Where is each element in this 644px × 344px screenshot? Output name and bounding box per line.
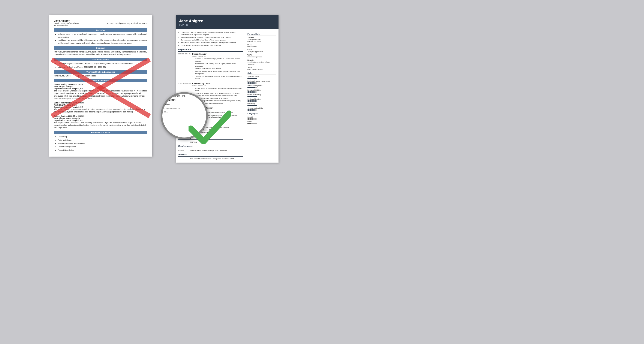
skill-dots [248,78,276,79]
hardsoft-list: Leadership Agile and Scrum Business Proc… [58,135,148,152]
skill-item: Leadership [248,102,276,106]
summary-bullets: Health Care PMP, RN with 10+ years' expe… [178,31,243,46]
exp-2-b1: Nursing leader for all 87 nurses with mu… [195,88,243,92]
magnify-glass: 1996-09 -1999-05 • Received the Professi… [161,92,208,139]
academic-item-1: Project Management Institute – Received … [58,62,148,65]
lang-dot [249,118,251,120]
work-1-post: Post: Project Manager [54,86,148,88]
work-2-org: Organization: Seton Hospital, ME [54,106,148,108]
skill-dot [251,91,253,93]
lang-item: Spanish [248,116,276,120]
skill-dot [248,78,249,79]
skill-dots [248,96,276,97]
left-tel: Tel: 555-212-5551 [54,24,69,26]
address-label: Address [248,37,276,38]
work-3-scope: The scope of work: Lead team of 15+ Mate… [54,122,148,129]
magnify-inst: Professional certification from PMI. [161,94,208,98]
exp-1-b4: Switched nursing staff to new scheduling… [195,70,243,75]
skill-dot [253,109,255,111]
left-header: Jane Ahlgren E-Mail: JUAhlgren@gmail.com… [54,19,148,26]
linkedin-value: www.linkedin.com/in/jane-ahlgren-7b02b65… [248,61,270,65]
cert-entry-1: PMP, RN [178,141,243,143]
summary-text: PMP with years of experience managing va… [54,51,148,56]
skill-dots [248,109,276,111]
skill-name: Vendor Management [248,84,276,86]
work-3-date: Date of Joining: 2000-03 to 2002-09 [54,115,148,117]
skill-dots [248,82,276,84]
skill-dot [248,87,249,88]
skill-dot [251,100,253,102]
skill-dot [248,96,249,97]
lang-dot [248,123,249,124]
twitter-label: Twitter [248,66,276,68]
skill-dot [253,100,255,102]
phone-label: Phone [248,44,276,46]
skill-item: Agile and Scrum [248,76,276,79]
hardsoft-1: Leadership [58,135,148,138]
conf-date: 2014-10 [178,150,188,152]
magnify-inner: 1996-09 -1999-05 • Received the Professi… [161,92,208,116]
objective-header: Objective [54,28,148,32]
skill-name: Agile and Scrum [248,76,276,78]
academic-item-2: University of Southern Maine, BSN (1996-… [58,66,148,68]
exp-1-b2: Implemented Lean Training and Six Sigma … [195,63,243,67]
skill-dots [248,87,276,88]
skill-dot [255,78,257,79]
magnify-extra: ...ate Fellowship to study advanced m... [161,107,208,110]
left-name: Jane Ahlgren [54,19,148,22]
hardsoft-4: Vendor Management [58,146,148,148]
conf-entry-1: 2014-10 Guest Speaker, Northeast Shingo … [178,150,243,152]
summary-bullets-list: Health Care PMP, RN with 10+ years' expe… [181,31,243,46]
skill-dot [255,87,257,88]
exp-1-date: 2006-05 - 2017-01 [178,53,191,80]
skill-dot [255,96,257,97]
lang-dot [255,118,257,120]
skill-item: Vendor Management [248,84,276,88]
work-2-date: Date of Joining: 2002-09 to 2006-05 [54,102,148,104]
lang-dot [251,123,253,124]
skill-dot [248,100,249,102]
www-value: www.janeahlgren.com [248,56,262,58]
skill-dot [255,91,257,93]
personal-section-title: Personal Info [248,33,276,36]
personal-twitter: Twitter twitter.com/janeahlgren [248,66,276,70]
work-1-scope: The scope of work: Oversaw hospital proj… [54,90,148,100]
edu-b3: Managed a student... [195,132,243,134]
right-header: Jane Ahlgren PMP, RN [176,15,278,29]
work-2-scope: The scope of work: Led nurses with multi… [54,108,148,113]
skill-dots [248,100,276,102]
lang-dot [255,123,257,124]
skill-dot [248,82,249,84]
left-contact: E-Mail: JUAhlgren@gmail.com Tel: 555-212… [54,22,148,26]
skill-dot [248,91,249,93]
work-entry-1: Date of Joining: 2006-05 to 2017-01 Post… [54,83,148,100]
academic-list: Project Management Institute – Received … [58,62,148,68]
work-1-date: Date of Joining: 2006-05 to 2017-01 [54,83,148,86]
skill-item: Business Process Improvement [248,80,276,84]
email-value: JUAhlgren@gmail.com [248,51,263,52]
personal-linkedin: LinkedIn www.linkedin.com/in/jane-ahlgre… [248,59,276,65]
exp-1-b3: Reduced costs by 32% in six months. [195,68,243,70]
skill-dot [253,78,255,79]
skill-dots [248,91,276,93]
email-label: E-mail [248,49,276,51]
hardsoft-header: Hard and Soft Skills [54,131,148,134]
magnify-line3: • Managed a student... [161,102,208,106]
work-3-org: Organization: Seton Hospital, ME [54,119,148,122]
skill-dot [253,82,255,84]
tech-skill-1: Keynote, MS Office [54,75,70,77]
skill-dot [253,87,255,88]
work-entry-3: Date of Joining: 2000-03 to 2002-09 Post… [54,115,148,129]
award-date [178,158,188,160]
work-header: Work Experience [54,78,148,82]
skill-dot [253,105,255,106]
exp-2-org: Seton Hospital, ME [192,85,243,87]
skill-dot [251,109,253,111]
lang-name: French [248,120,276,122]
conf-value: Guest Speaker, Northeast Shingo Lean Con… [190,150,227,152]
personal-email: E-mail JUAhlgren@gmail.com [248,49,276,53]
work-entry-2: Date of Joining: 2002-09 to 2006-05 Post… [54,102,148,113]
right-sidebar: Personal Info Address 134 Rightward WayP… [245,29,278,162]
skill-dot [255,109,257,111]
left-resume: Jane Ahlgren E-Mail: JUAhlgren@gmail.com… [49,15,152,156]
